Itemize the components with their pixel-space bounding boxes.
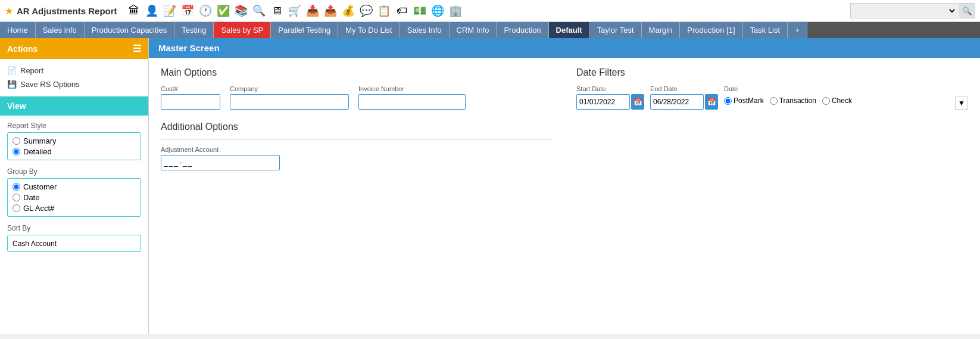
content-header: Master Screen — [149, 38, 980, 58]
nav-tab-production[interactable]: Production — [497, 22, 548, 38]
additional-options-section: Additional Options Adjustment Account — [161, 122, 553, 170]
search-dropdown[interactable] — [850, 3, 957, 18]
star-icon: ★ — [5, 5, 13, 17]
tag-icon[interactable]: 🏷 — [394, 2, 410, 19]
group-by-label: Group By — [7, 167, 141, 176]
transaction-radio[interactable] — [770, 97, 778, 105]
start-date-input[interactable] — [576, 94, 630, 110]
main-options-row: Cust# Company Invoice Number — [161, 85, 553, 110]
start-date-label: Start Date — [576, 85, 644, 92]
person-icon[interactable]: 👤 — [143, 2, 160, 19]
invoice-label: Invoice Number — [358, 85, 466, 92]
customer-label: Customer — [23, 182, 57, 191]
nav-tab-home[interactable]: Home — [0, 22, 36, 38]
invoice-input[interactable] — [358, 94, 466, 110]
app-title: AR Adjustments Report — [17, 6, 117, 16]
date-option[interactable]: Date — [13, 193, 136, 202]
postmark-label: PostMark — [734, 97, 764, 105]
nav-tab-salesinfo[interactable]: Sales Info — [400, 22, 450, 38]
transaction-option[interactable]: Transaction — [770, 97, 816, 105]
glacct-option[interactable]: GL Acct# — [13, 204, 136, 213]
inbox-icon[interactable]: 📥 — [304, 2, 321, 19]
dollar-icon[interactable]: 💵 — [411, 2, 428, 19]
upload-icon[interactable]: 📤 — [322, 2, 339, 19]
divider — [161, 139, 553, 140]
bank-icon[interactable]: 🏛 — [126, 2, 142, 19]
company-label: Company — [230, 85, 349, 92]
cart-icon[interactable]: 🛒 — [286, 2, 303, 19]
chat-icon[interactable]: 💬 — [358, 2, 374, 19]
date-type-radios: PostMark Transaction Check — [724, 97, 852, 105]
date-radio[interactable] — [13, 194, 20, 201]
check-option[interactable]: Check — [822, 97, 852, 105]
customer-radio[interactable] — [13, 183, 20, 191]
nav-tab-taylortest[interactable]: Taylor Test — [590, 22, 642, 38]
sort-by-box: Cash Account — [7, 235, 141, 252]
check-icon[interactable]: ✅ — [215, 2, 232, 19]
actions-label: Actions — [7, 44, 38, 54]
monitor-icon[interactable]: 🖥 — [269, 2, 285, 19]
nav-tab-paralleltesting[interactable]: Parallel Testing — [271, 22, 338, 38]
detailed-radio[interactable] — [13, 148, 20, 155]
actions-header: Actions ☰ — [0, 38, 148, 59]
nav-tab-salesinfo[interactable]: Sales info — [36, 22, 85, 38]
end-date-input[interactable] — [650, 94, 704, 110]
customer-option[interactable]: Customer — [13, 182, 136, 191]
start-date-calendar-icon[interactable]: 📅 — [631, 94, 644, 110]
report-style-group: Report Style Summary Detailed — [7, 122, 141, 160]
books-icon[interactable]: 📚 — [233, 2, 249, 19]
search-button[interactable]: 🔍 — [959, 3, 975, 18]
postmark-radio[interactable] — [724, 97, 732, 105]
coins-icon[interactable]: 💰 — [340, 2, 357, 19]
calendar16-icon[interactable]: 📅 — [179, 2, 196, 19]
adj-account-label: Adjustment Account — [161, 146, 553, 153]
nav-tab-testing[interactable]: Testing — [174, 22, 214, 38]
globe-icon[interactable]: 🌐 — [429, 2, 446, 19]
main-options-col: Main Options Cust# Company Invoice Numbe… — [161, 67, 553, 170]
save-rs-label: Save RS Options — [20, 80, 80, 89]
summary-option[interactable]: Summary — [13, 136, 136, 145]
check-radio[interactable] — [822, 97, 830, 105]
menu-icon[interactable]: ☰ — [133, 43, 141, 54]
clock-icon[interactable]: 🕐 — [197, 2, 214, 19]
company-input[interactable] — [230, 94, 349, 110]
start-date-group: Start Date 📅 — [576, 85, 644, 110]
invoice-group: Invoice Number — [358, 85, 466, 110]
expand-button[interactable]: ▼ — [955, 97, 968, 110]
building-icon[interactable]: 🏢 — [447, 2, 464, 19]
top-bar: ★ AR Adjustments Report 🏛👤📝📅🕐✅📚🔍🖥🛒📥📤💰💬📋🏷… — [0, 0, 980, 22]
content-area: Master Screen Main Options Cust# Company — [149, 38, 980, 334]
adj-account-input[interactable] — [161, 155, 280, 170]
nav-tab-margin[interactable]: Margin — [642, 22, 681, 38]
company-group: Company — [230, 85, 349, 110]
date-row: Start Date 📅 End Date 📅 — [576, 85, 968, 110]
sidebar: Actions ☰ 📄 Report 💾 Save RS Options Vie… — [0, 38, 149, 334]
nav-tab-default[interactable]: Default — [549, 22, 590, 38]
date-type-group: Date PostMark Transaction — [724, 85, 852, 105]
report-label: Report — [20, 66, 43, 75]
search-icon[interactable]: 🔍 — [251, 2, 267, 19]
nav-tab-tasklist[interactable]: Task List — [743, 22, 788, 38]
report-action[interactable]: 📄 Report — [7, 64, 141, 77]
two-col-layout: Main Options Cust# Company Invoice Numbe… — [161, 67, 968, 170]
end-date-group: End Date 📅 — [650, 85, 718, 110]
end-date-calendar-icon[interactable]: 📅 — [705, 94, 718, 110]
postmark-option[interactable]: PostMark — [724, 97, 764, 105]
nav-tab-mytodolist[interactable]: My To Do List — [338, 22, 400, 38]
glacct-radio[interactable] — [13, 204, 20, 212]
nav-tab-crminfo[interactable]: CRM Info — [450, 22, 497, 38]
summary-label: Summary — [23, 136, 57, 145]
nav-tab-production1[interactable]: Production [1] — [680, 22, 742, 38]
adj-account-group: Adjustment Account — [161, 146, 553, 170]
nav-tab-productioncapacities[interactable]: Production Capacities — [85, 22, 174, 38]
clipboard-icon[interactable]: 📋 — [376, 2, 392, 19]
detailed-option[interactable]: Detailed — [13, 147, 136, 156]
note-icon[interactable]: 📝 — [161, 2, 178, 19]
cust-input[interactable] — [161, 94, 220, 110]
date-filters-col: Date Filters Start Date 📅 End Date — [576, 67, 968, 170]
report-style-box: Summary Detailed — [7, 132, 141, 160]
summary-radio[interactable] — [13, 137, 20, 145]
save-rs-options-action[interactable]: 💾 Save RS Options — [7, 77, 141, 91]
nav-tab-[interactable]: + — [788, 22, 807, 38]
nav-tab-salesbysp[interactable]: Sales by SP — [214, 22, 271, 38]
